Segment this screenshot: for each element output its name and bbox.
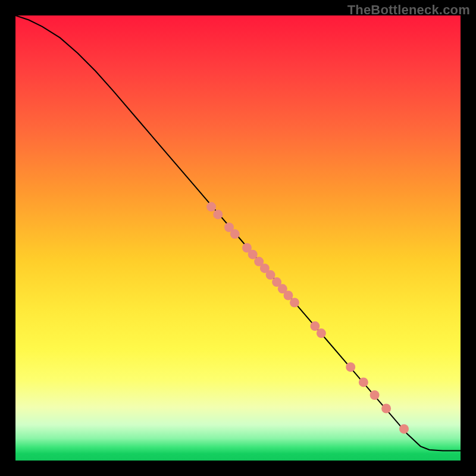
data-marker <box>370 390 380 400</box>
data-marker <box>206 202 216 212</box>
data-marker <box>359 377 368 387</box>
data-marker <box>284 291 293 300</box>
data-marker <box>317 328 326 338</box>
data-marker <box>310 321 320 331</box>
data-marker <box>213 209 223 219</box>
data-marker <box>346 362 355 372</box>
data-marker <box>381 404 391 414</box>
chart-frame: TheBottleneck.com <box>0 0 476 476</box>
chart-plot-area <box>15 15 461 461</box>
watermark-text: TheBottleneck.com <box>347 2 470 18</box>
chart-svg <box>15 15 461 461</box>
data-marker <box>266 270 275 280</box>
data-marker <box>230 229 240 239</box>
data-marker <box>399 424 409 434</box>
data-marker <box>290 298 299 308</box>
